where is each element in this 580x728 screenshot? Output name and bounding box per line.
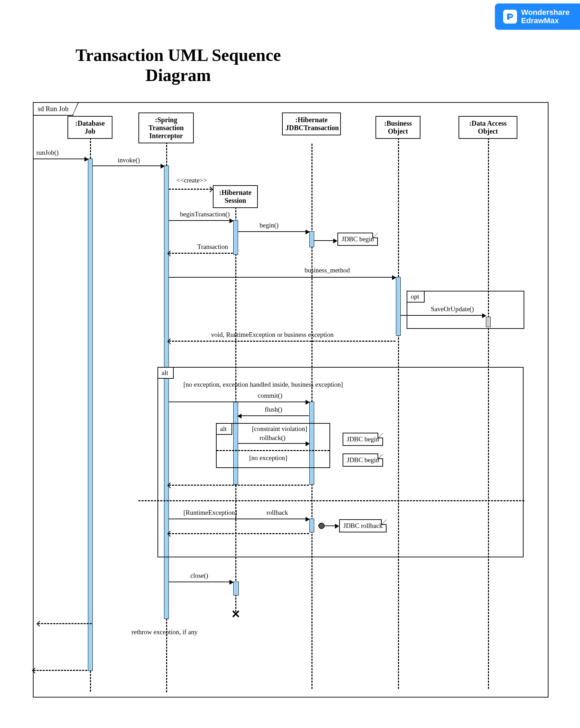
arrow-begin [238, 231, 309, 232]
guard-runtime: [RuntimeException] [183, 509, 237, 516]
msg-rethrow: rethrow exception, if any [132, 628, 198, 636]
participant-business-object: :Business Object [375, 116, 420, 139]
msg-business-method: business_method [305, 267, 350, 274]
msg-save-or-update: SaveOrUpdate() [431, 305, 474, 313]
msg-close: close() [190, 572, 208, 579]
msg-begintx: beginTransaction() [180, 210, 230, 218]
participant-hibernate-jdbc: :Hibernate JDBCTransaction [282, 113, 341, 135]
diagram-title: Transaction UML Sequence Diagram [59, 45, 298, 85]
arrow-final-return [34, 670, 87, 671]
msg-runjob: runJob() [36, 149, 58, 156]
branding-text: Wondershare EdrawMax [521, 8, 570, 25]
msg-begin: begin() [260, 222, 279, 229]
fragment-alt-label: alt [157, 367, 174, 379]
arrow-transaction [169, 253, 233, 254]
note-jdbc-begin-2: JDBC begin [343, 433, 383, 446]
endpoint-dot [318, 523, 325, 529]
msg-commit: commit() [258, 392, 282, 399]
edrawmax-icon [503, 10, 517, 24]
activation-jdbc-1 [309, 231, 314, 247]
arrow-to-note-rollback [325, 525, 338, 526]
msg-invoke: invoke() [118, 156, 140, 164]
participant-spring: :Spring Transaction Interceptor [138, 113, 194, 143]
fragment-opt-label: opt [407, 291, 425, 303]
arrow-close [169, 582, 233, 582]
arrow-return-rollback [169, 533, 309, 534]
msg-rollback2: rollback [266, 509, 288, 516]
arrow-void-return [169, 341, 396, 342]
participant-hibernate-session: :Hibernate Session [213, 185, 258, 208]
msg-flush: flush() [265, 406, 282, 413]
fragment-alt-inner-label: alt [216, 423, 232, 435]
participant-database-job: :Database Job [67, 116, 112, 139]
activation-hib-session-3 [233, 582, 239, 595]
msg-void-return: void, RuntimeException or business excep… [211, 331, 334, 339]
activation-business [396, 277, 401, 336]
frame-label: sd Run Job [33, 102, 73, 116]
alt-inner-sep [217, 450, 329, 451]
destroy-icon: ✕ [231, 608, 241, 621]
activation-hib-session-1 [233, 220, 238, 255]
arrow-save-or-update [401, 315, 486, 316]
arrow-commit [169, 402, 309, 402]
arrow-runjob [34, 159, 88, 159]
arrow-business-method [169, 277, 396, 278]
guard-constraint: [constraint violation] [252, 425, 307, 433]
arrow-invoke [93, 165, 164, 166]
alt-sep [138, 500, 524, 501]
arrow-note1 [314, 240, 337, 241]
guard-no-exception: [no exception, exception handled inside,… [183, 381, 343, 388]
note-jdbc-begin-3: JDBC begin [343, 453, 383, 467]
note-jdbc-begin-1: JDBC begin [337, 233, 378, 246]
arrow-create [169, 189, 211, 190]
arrow-begintx [169, 220, 233, 221]
arrow-rethrow [38, 623, 92, 624]
msg-create: <<create>> [176, 177, 207, 184]
note-jdbc-rollback: JDBC rollback [339, 519, 387, 532]
participant-dao: :Data Access Object [459, 116, 517, 139]
arrow-return-alt1 [169, 485, 309, 486]
arrow-rollback [238, 443, 309, 444]
msg-transaction: Transaction [197, 243, 228, 251]
arrow-flush [238, 415, 309, 416]
branding-badge: Wondershare EdrawMax [495, 3, 580, 30]
guard-no-exc2: [no exception] [249, 454, 287, 462]
arrow-rollback2 [169, 519, 309, 519]
msg-rollback: rollback() [260, 434, 286, 442]
activation-db-job [88, 159, 93, 671]
